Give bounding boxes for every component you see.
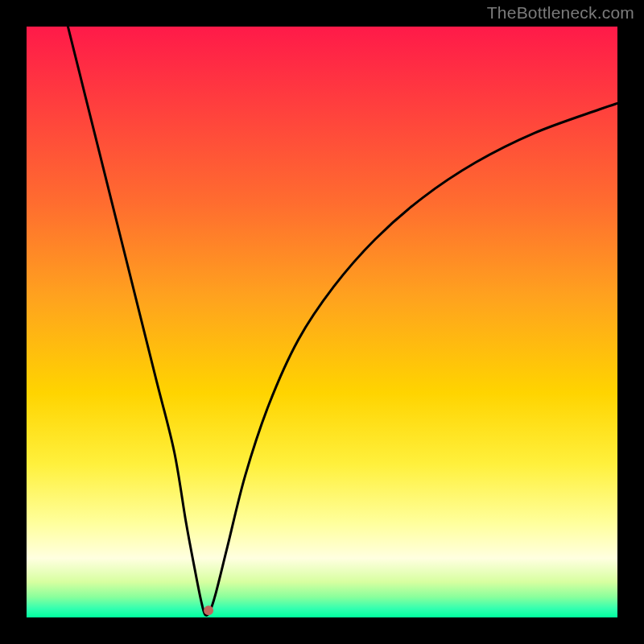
curve-layer — [27, 27, 617, 617]
watermark-text: TheBottleneck.com — [487, 3, 634, 23]
bottleneck-curve — [68, 27, 617, 615]
minimum-marker — [204, 605, 213, 615]
plot-area — [27, 27, 617, 617]
chart-frame: TheBottleneck.com — [0, 0, 644, 644]
